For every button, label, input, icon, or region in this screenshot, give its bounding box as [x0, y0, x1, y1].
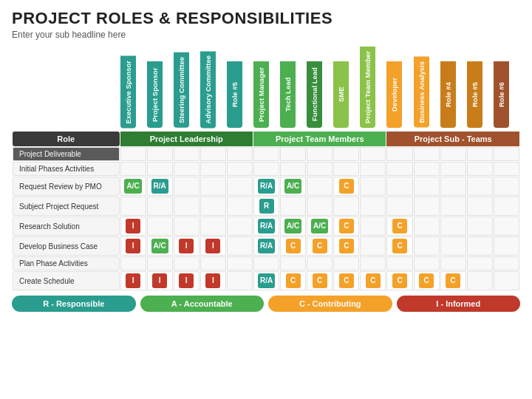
badge-5-3: I	[205, 239, 220, 253]
badge-7-8: C	[339, 273, 354, 288]
cell-7-1: I	[147, 271, 173, 290]
badge-2-8: C	[339, 179, 354, 194]
badge-5-10: C	[392, 239, 407, 253]
cell-3-4	[227, 197, 253, 216]
cell-4-4	[227, 216, 253, 236]
cell-1-13	[467, 162, 493, 176]
badge-2-6: A/C	[284, 179, 301, 194]
col-header-12: Role #4	[440, 47, 466, 131]
cell-5-14	[494, 236, 519, 256]
cell-3-13	[467, 197, 493, 216]
cell-2-9	[360, 177, 386, 196]
cell-0-10	[386, 147, 412, 161]
badge-7-3: I	[205, 273, 220, 288]
cell-0-13	[467, 147, 493, 161]
cell-6-13	[467, 256, 493, 270]
cell-3-14	[494, 197, 519, 216]
cell-7-6: C	[280, 271, 306, 290]
cell-6-1	[147, 256, 173, 270]
role-header: Role	[13, 132, 120, 146]
cell-5-9	[360, 236, 386, 256]
col-header-11: Business Analysis	[414, 47, 440, 131]
cell-1-5	[253, 162, 279, 176]
cell-3-11	[414, 197, 440, 216]
badge-7-7: C	[313, 273, 327, 288]
legend-item-r: R - Responsible	[12, 296, 136, 312]
cell-7-5: R/A	[253, 271, 279, 290]
cell-1-12	[440, 162, 466, 176]
group-header-1: Project Team Members	[253, 132, 386, 146]
cell-1-11	[414, 162, 440, 176]
cell-5-12	[440, 236, 466, 256]
cell-3-5: R	[253, 197, 279, 216]
badge-5-0: I	[126, 239, 140, 253]
cell-5-10: C	[386, 236, 412, 256]
badge-4-7: A/C	[311, 219, 328, 233]
cell-4-1	[147, 216, 173, 236]
cell-4-9	[360, 216, 386, 236]
col-header-14: Role #6	[494, 47, 519, 131]
table-row: Research SolutionIR/AA/CA/CCC	[13, 216, 519, 236]
cell-1-4	[227, 162, 253, 176]
cell-2-8: C	[333, 177, 359, 196]
cell-5-3: I	[200, 236, 226, 256]
cell-4-0: I	[120, 216, 146, 236]
col-header-5: Project Manager	[253, 47, 279, 131]
row-label-2: Request Review by PMO	[13, 177, 120, 196]
cell-5-13	[467, 236, 493, 256]
cell-7-9: C	[360, 271, 386, 290]
badge-5-1: A/C	[151, 239, 168, 253]
badge-7-1: I	[152, 273, 167, 288]
cell-7-0: I	[120, 271, 146, 290]
col-header-6: Tech Lead	[280, 47, 306, 131]
cell-2-1: R/A	[147, 177, 173, 196]
table-row: Plan Phase Activities	[13, 256, 519, 270]
cell-5-1: A/C	[147, 236, 173, 256]
row-label-0: Project Deliverable	[13, 147, 120, 161]
cell-2-6: A/C	[280, 177, 306, 196]
badge-2-5: R/A	[258, 179, 275, 194]
badge-5-8: C	[339, 239, 354, 253]
badge-5-5: R/A	[258, 239, 275, 253]
badge-7-2: I	[179, 273, 194, 288]
col-header-8: SME	[333, 47, 359, 131]
cell-5-8: C	[333, 236, 359, 256]
cell-6-4	[227, 256, 253, 270]
cell-6-10	[386, 256, 412, 270]
cell-2-12	[440, 177, 466, 196]
legend-item-i: I - Informed	[397, 296, 521, 312]
badge-4-6: A/C	[284, 219, 301, 233]
table-row: Create ScheduleIIIIR/ACCCCCCC	[13, 271, 519, 290]
row-label-3: Subject Project Request	[13, 197, 120, 216]
cell-2-11	[414, 177, 440, 196]
cell-3-2	[174, 197, 200, 216]
cell-5-4	[227, 236, 253, 256]
cell-0-1	[147, 147, 173, 161]
cell-7-10: C	[386, 271, 412, 290]
cell-3-10	[386, 197, 412, 216]
cell-1-3	[200, 162, 226, 176]
cell-2-3	[200, 177, 226, 196]
cell-6-2	[174, 256, 200, 270]
col-header-2: Steering Committee	[174, 47, 200, 131]
cell-0-14	[494, 147, 519, 161]
row-label-4: Research Solution	[13, 216, 120, 236]
col-header-9: Project Team Member	[360, 47, 386, 131]
cell-3-3	[200, 197, 226, 216]
badge-4-8: C	[339, 219, 354, 233]
cell-7-8: C	[333, 271, 359, 290]
cell-7-2: I	[174, 271, 200, 290]
cell-5-0: I	[120, 236, 146, 256]
cell-1-9	[360, 162, 386, 176]
cell-0-3	[200, 147, 226, 161]
cell-1-2	[174, 162, 200, 176]
cell-2-13	[467, 177, 493, 196]
row-label-1: Initial Phases Activities	[13, 162, 120, 176]
badge-7-5: R/A	[258, 273, 275, 288]
cell-1-1	[147, 162, 173, 176]
table-row: Develop Business CaseIA/CIIR/ACCCC	[13, 236, 519, 256]
cell-1-14	[494, 162, 519, 176]
table-row: Subject Project RequestR	[13, 197, 519, 216]
cell-1-8	[333, 162, 359, 176]
legend-item-a: A - Accountable	[140, 296, 265, 312]
